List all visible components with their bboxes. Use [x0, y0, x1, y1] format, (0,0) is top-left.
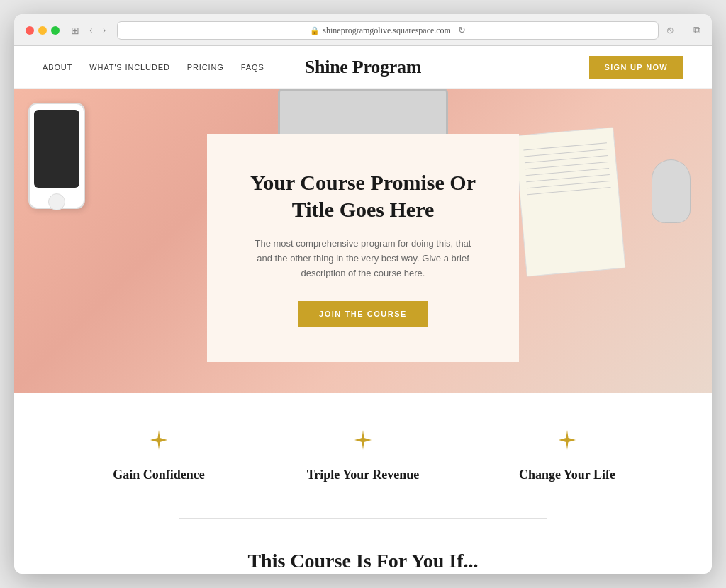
gain-confidence-label: Gain Confidence — [57, 468, 261, 482]
close-button[interactable] — [26, 26, 34, 35]
new-tab-icon[interactable]: + — [680, 24, 686, 37]
back-icon[interactable]: ‹ — [86, 23, 96, 38]
nav-link-pricing[interactable]: PRICING — [187, 63, 224, 72]
triple-revenue-icon — [261, 429, 465, 456]
hero-card-description: The most comprehensive program for doing… — [250, 237, 476, 281]
hero-card: Your Course Promise Or Title Goes Here T… — [207, 134, 519, 361]
traffic-lights — [26, 26, 60, 35]
signup-button[interactable]: SIGN UP NOW — [589, 56, 684, 79]
feature-triple-revenue: Triple Your Revenue — [261, 429, 465, 482]
change-life-icon — [465, 429, 669, 456]
hero-notebook-decoration — [515, 127, 626, 276]
nav-link-whats-included[interactable]: WHAT'S INCLUDED — [89, 63, 170, 72]
browser-controls: ⊞ ‹ › — [68, 23, 108, 38]
url-text: shineprogramgolive.squarespace.com — [323, 26, 451, 36]
browser-window: ⊞ ‹ › 🔒 shineprogramgolive.squarespace.c… — [14, 14, 712, 574]
features-section: Gain Confidence Triple Your Revenue Chan… — [14, 393, 712, 511]
change-life-label: Change Your Life — [465, 468, 669, 482]
notebook-lines — [515, 128, 620, 215]
hero-card-title: Your Course Promise Or Title Goes Here — [250, 169, 476, 222]
course-section: This Course Is For You If... — [14, 511, 712, 574]
forward-icon[interactable]: › — [100, 23, 109, 38]
gain-confidence-icon — [57, 429, 261, 456]
course-box: This Course Is For You If... — [179, 518, 547, 574]
site-title: Shine Program — [305, 57, 421, 78]
minimize-button[interactable] — [38, 26, 47, 35]
navigation: ABOUT WHAT'S INCLUDED PRICING FAQS Shine… — [14, 46, 712, 89]
maximize-button[interactable] — [51, 26, 60, 35]
nav-link-about[interactable]: ABOUT — [43, 63, 72, 72]
page-content: ABOUT WHAT'S INCLUDED PRICING FAQS Shine… — [14, 46, 712, 574]
course-box-title: This Course Is For You If... — [222, 550, 504, 572]
hero-mouse-decoration — [652, 159, 691, 223]
tabs-icon[interactable]: ⧉ — [693, 25, 700, 36]
nav-link-faqs[interactable]: FAQS — [241, 63, 264, 72]
refresh-icon[interactable]: ↻ — [458, 25, 466, 36]
lock-icon: 🔒 — [310, 26, 320, 35]
phone-home-button — [48, 193, 65, 210]
join-course-button[interactable]: JOIN THE COURSE — [298, 301, 428, 327]
nav-links: ABOUT WHAT'S INCLUDED PRICING FAQS — [43, 63, 264, 72]
phone-screen — [34, 110, 79, 188]
share-icon[interactable]: ⎋ — [667, 25, 673, 36]
browser-chrome: ⊞ ‹ › 🔒 shineprogramgolive.squarespace.c… — [14, 14, 712, 46]
hero-phone-decoration — [28, 103, 85, 209]
browser-actions: ⎋ + ⧉ — [667, 24, 700, 37]
feature-change-life: Change Your Life — [465, 429, 669, 482]
hero-section: Your Course Promise Or Title Goes Here T… — [14, 89, 712, 393]
triple-revenue-label: Triple Your Revenue — [261, 468, 465, 482]
view-toggle-icon[interactable]: ⊞ — [68, 23, 82, 38]
address-bar[interactable]: 🔒 shineprogramgolive.squarespace.com ↻ — [117, 21, 659, 40]
feature-gain-confidence: Gain Confidence — [57, 429, 261, 482]
